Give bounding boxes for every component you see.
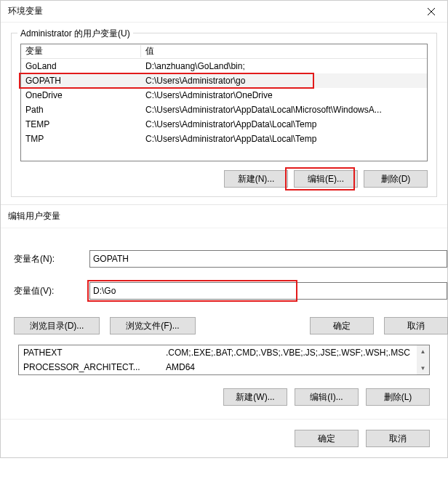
cell-value: .COM;.EXE;.BAT;.CMD;.VBS;.VBE;.JS;.JSE;.… [161,348,429,358]
env-var-dialog: 环境变量 Administrator 的用户变量(U) 变量 值 GoLand … [0,0,448,458]
cell-name: TMP [21,134,141,144]
cancel-button[interactable]: 取消 [384,317,448,334]
delete-button[interactable]: 删除(D) [364,170,428,188]
cell-name: GoLand [21,61,141,71]
table-row[interactable]: OneDrive C:\Users\Administrator\OneDrive [21,88,427,103]
close-button[interactable] [415,1,447,22]
table-row[interactable]: Path C:\Users\Administrator\AppData\Loca… [21,103,427,117]
cell-name: Path [21,105,141,115]
system-vars-table[interactable]: PATHEXT .COM;.EXE;.BAT;.CMD;.VBS;.VBE;.J… [18,345,430,375]
edit-var-dialog: 编辑用户变量 变量名(N): 变量值(V): 浏览目录(D)... 浏览文件(F… [1,204,447,339]
dialog-title: 环境变量 [8,5,43,17]
new-button[interactable]: 新建(N)... [224,170,288,188]
user-vars-group: Administrator 的用户变量(U) 变量 值 GoLand D:\an… [11,33,437,197]
col-header-name[interactable]: 变量 [21,45,141,57]
cell-name: GOPATH [21,76,141,86]
scrollbar[interactable]: ▲ ▼ [417,345,429,374]
col-header-value[interactable]: 值 [141,45,427,57]
cell-value: C:\Users\Administrator\go [141,76,427,86]
name-row: 变量名(N): [14,250,447,268]
edit-dialog-title: 编辑用户变量 [8,210,60,223]
table-row[interactable]: GoLand D:\anzhuang\GoLand\bin; [21,59,427,73]
cell-name: PROCESSOR_ARCHITECT... [19,362,161,372]
table-row[interactable]: TMP C:\Users\Administrator\AppData\Local… [21,132,427,146]
name-input[interactable] [89,250,447,268]
system-vars-button-row: 新建(W)... 编辑(I)... 删除(L) [1,375,447,412]
name-label: 变量名(N): [14,253,89,265]
cell-value: C:\Users\Administrator\OneDrive [141,90,427,100]
browse-row: 浏览目录(D)... 浏览文件(F)... 确定 取消 [1,317,447,334]
titlebar: 环境变量 [1,1,447,23]
user-vars-table[interactable]: 变量 值 GoLand D:\anzhuang\GoLand\bin; GOPA… [20,44,428,161]
table-row[interactable]: PATHEXT .COM;.EXE;.BAT;.CMD;.VBS;.VBE;.J… [19,345,429,360]
value-label: 变量值(V): [14,285,89,297]
cell-value: AMD64 [161,362,429,372]
scroll-up-icon[interactable]: ▲ [417,345,429,358]
cell-value: C:\Users\Administrator\AppData\Local\Tem… [141,134,427,144]
browse-dir-button[interactable]: 浏览目录(D)... [14,317,100,334]
user-vars-button-row: 新建(N)... 编辑(E)... 删除(D) [20,161,428,188]
edit-form: 变量名(N): 变量值(V): [1,228,447,317]
delete-button[interactable]: 删除(L) [366,388,430,406]
new-button[interactable]: 新建(W)... [223,388,287,406]
value-row: 变量值(V): [14,282,447,300]
cell-name: TEMP [21,119,141,129]
ok-button[interactable]: 确定 [295,430,359,447]
table-body: GoLand D:\anzhuang\GoLand\bin; GOPATH C:… [21,59,427,161]
group-title: Administrator 的用户变量(U) [17,28,133,40]
table-row[interactable]: PROCESSOR_ARCHITECT... AMD64 [19,360,429,374]
ok-button[interactable]: 确定 [310,317,374,334]
browse-file-button[interactable]: 浏览文件(F)... [110,317,196,334]
cell-value: C:\Users\Administrator\AppData\Local\Mic… [141,105,427,115]
cell-value: C:\Users\Administrator\AppData\Local\Tem… [141,119,427,129]
edit-button[interactable]: 编辑(I)... [295,388,359,406]
dialog-footer: 确定 取消 [1,419,447,457]
value-input[interactable] [89,282,447,300]
scroll-down-icon[interactable]: ▼ [417,362,429,374]
edit-button[interactable]: 编辑(E)... [294,170,358,188]
cancel-button[interactable]: 取消 [366,430,430,447]
edit-dialog-titlebar: 编辑用户变量 [1,205,447,228]
empty-row [21,146,427,161]
cell-name: PATHEXT [19,348,161,358]
close-icon [428,8,435,15]
table-row[interactable]: TEMP C:\Users\Administrator\AppData\Loca… [21,117,427,132]
table-header: 变量 值 [21,44,427,59]
cell-name: OneDrive [21,90,141,100]
table-row[interactable]: GOPATH C:\Users\Administrator\go [21,73,427,88]
cell-value: D:\anzhuang\GoLand\bin; [141,61,427,71]
